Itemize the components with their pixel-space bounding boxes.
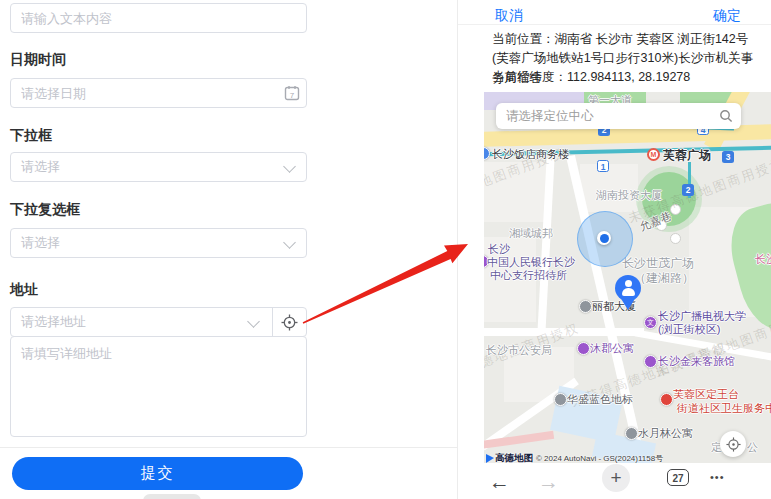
current-coords-text: 当前经纬度：112.984113, 28.19278 xyxy=(492,68,764,87)
poi-label: 长沙市公安局 xyxy=(486,343,552,358)
route-shield: 1 xyxy=(597,160,609,172)
poi-label: 湖南投资大厦 xyxy=(596,188,662,203)
poi-label: (浏正街校区) xyxy=(658,322,720,337)
select-label: 下拉框 xyxy=(10,127,52,145)
poi-icon xyxy=(644,355,657,368)
plus-icon: + xyxy=(610,467,621,488)
route-shield: 3 xyxy=(722,151,734,163)
map-canvas[interactable]: 未获得高德地图商用授权 未获得高德地图商用授权 未获得高德地图商用授权 未获得高… xyxy=(484,92,771,463)
map-search-placeholder: 请选择定位中心 xyxy=(506,108,719,125)
poi-icon xyxy=(554,393,567,406)
poi-label: 长沙饭店商务楼 xyxy=(492,147,569,162)
map-search-box[interactable]: 请选择定位中心 xyxy=(496,103,741,129)
selected-location-pin[interactable] xyxy=(615,275,641,313)
browser-toolbar: ← → + 27 ••• xyxy=(458,463,771,499)
svg-text:7: 7 xyxy=(290,91,295,100)
tab-count-button[interactable]: 27 xyxy=(667,469,689,486)
poi-label: 水月林公寓 xyxy=(638,426,693,441)
multiselect-dropdown[interactable]: 请选择 xyxy=(10,228,307,258)
map-attribution: 高德地图 © 2024 AutoNavi - GS(2024)1158号 xyxy=(486,452,663,463)
more-menu-icon[interactable]: ••• xyxy=(710,472,725,483)
poi-label: 沐郡公寓 xyxy=(590,341,634,356)
metro-station-icon: M xyxy=(647,148,660,161)
poi-label: （建湘路） xyxy=(634,270,694,287)
address-label: 地址 xyxy=(10,281,38,299)
poi-icon xyxy=(579,300,592,313)
poi-icon xyxy=(484,147,490,160)
bottom-pill-decoration xyxy=(143,494,201,499)
poi-label: 长沙金来客旅馆 xyxy=(658,354,735,369)
divider xyxy=(272,308,273,336)
map-junction-dot xyxy=(670,233,681,244)
back-icon[interactable]: ← xyxy=(489,471,510,492)
multiselect-label: 下拉复选框 xyxy=(10,201,80,219)
current-location-label: 当前位置： xyxy=(492,32,555,46)
locate-crosshair-icon[interactable] xyxy=(281,314,298,331)
amap-logo-text: 高德地图 xyxy=(495,452,533,463)
text-input[interactable] xyxy=(10,3,307,33)
poi-label: 芙蓉区定王台 xyxy=(673,387,739,402)
divider xyxy=(458,24,771,25)
select-dropdown[interactable]: 请选择 xyxy=(10,152,307,182)
poi-label: 街道社区卫生服务中 xyxy=(677,401,771,416)
divider xyxy=(0,447,458,448)
coords-value: 112.984113, 28.19278 xyxy=(567,70,690,84)
gps-center-dot xyxy=(597,231,611,245)
poi-icon xyxy=(660,393,673,406)
amap-logo-icon xyxy=(486,454,494,463)
chevron-down-icon xyxy=(283,236,296,249)
new-tab-button[interactable]: + xyxy=(602,464,630,492)
address-placeholder: 请选择地址 xyxy=(21,313,86,331)
poi-icon: 文 xyxy=(644,316,657,329)
multiselect-placeholder: 请选择 xyxy=(21,234,60,252)
datetime-label: 日期时间 xyxy=(10,51,66,69)
poi-icon xyxy=(577,342,590,355)
address-detail-textarea[interactable] xyxy=(10,336,307,437)
poi-label: 长沙 xyxy=(755,252,771,267)
poi-label: 湘域城邦 xyxy=(509,226,553,241)
calendar-icon: 7 xyxy=(284,85,300,101)
confirm-button[interactable]: 确定 xyxy=(713,7,741,25)
search-icon xyxy=(719,109,733,123)
map-copyright: © 2024 AutoNavi - GS(2024)1158号 xyxy=(536,453,663,463)
locate-crosshair-icon xyxy=(726,437,741,452)
select-placeholder: 请选择 xyxy=(21,158,60,176)
metro-station-label: 芙蓉广场 xyxy=(663,147,711,164)
poi-label: 华盛蓝色地标 xyxy=(567,392,633,407)
forward-icon[interactable]: → xyxy=(538,471,559,492)
chevron-down-icon xyxy=(283,160,296,173)
address-dropdown[interactable]: 请选择地址 xyxy=(10,307,307,337)
cancel-button[interactable]: 取消 xyxy=(495,7,523,25)
panel-divider xyxy=(457,0,458,499)
poi-icon xyxy=(625,427,638,440)
poi-label-partial: 公 xyxy=(747,440,758,455)
recenter-button[interactable] xyxy=(720,431,746,457)
coords-label: 当前经纬度： xyxy=(492,70,567,84)
poi-label: 中心支行招待所 xyxy=(490,268,567,283)
chevron-down-icon xyxy=(247,315,260,328)
date-input[interactable] xyxy=(10,78,307,108)
route-shield: 2 xyxy=(682,184,694,196)
submit-button[interactable]: 提交 xyxy=(12,457,303,490)
